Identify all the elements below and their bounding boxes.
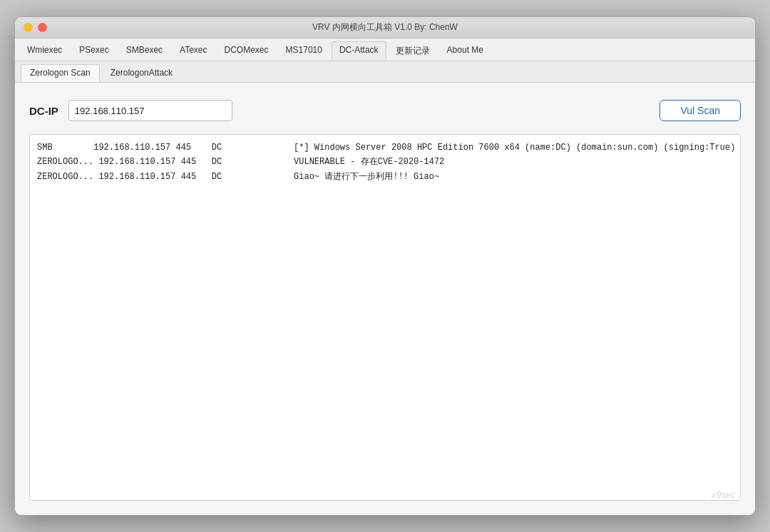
ip-label: DC-IP: [29, 105, 58, 117]
tab-smbexec[interactable]: SMBexec: [118, 41, 170, 61]
ip-left: DC-IP: [29, 100, 232, 121]
tab-psexec[interactable]: PSexec: [71, 41, 116, 61]
tab-updates[interactable]: 更新记录: [388, 41, 438, 61]
tab-ms17010[interactable]: MS17010: [278, 41, 330, 61]
tab-wmiexec[interactable]: Wmiexec: [19, 41, 70, 61]
close-button[interactable]: [38, 23, 47, 32]
dc-ip-input[interactable]: [68, 100, 232, 121]
output-line-3: ZEROLOGO... 192.168.110.157 445 DC Giao~…: [37, 170, 733, 184]
sub-tab-zerologon-attack[interactable]: ZerologonAttack: [101, 64, 182, 82]
output-line-1: SMB 192.168.110.157 445 DC [*] Windows S…: [37, 140, 733, 155]
vul-scan-button[interactable]: Vul Scan: [659, 100, 741, 121]
titlebar: VRV 内网横向工具箱 V1.0 By: ChenW: [15, 17, 755, 39]
sub-tab-bar: Zerologon Scan ZerologonAttack: [15, 61, 755, 83]
minimize-button[interactable]: [24, 23, 33, 32]
ip-row: DC-IP Vul Scan: [29, 100, 741, 121]
tab-dcomexec[interactable]: DCOMexec: [217, 41, 277, 61]
main-window: VRV 内网横向工具箱 V1.0 By: ChenW Wmiexec PSexe…: [14, 16, 756, 516]
output-line-2: ZEROLOGO... 192.168.110.157 445 DC VULNE…: [37, 155, 733, 169]
tab-dcattack[interactable]: DC-Attack: [332, 41, 386, 61]
window-title: VRV 内网横向工具箱 V1.0 By: ChenW: [312, 21, 458, 34]
titlebar-buttons: [24, 23, 47, 32]
output-box: SMB 192.168.110.157 445 DC [*] Windows S…: [29, 134, 741, 501]
menu-bar: Wmiexec PSexec SMBexec ATexec DCOMexec M…: [15, 39, 755, 61]
tab-atexec[interactable]: ATexec: [172, 41, 215, 61]
tab-aboutme[interactable]: About Me: [439, 41, 491, 61]
sub-tab-zerologon-scan[interactable]: Zerologon Scan: [21, 64, 100, 82]
content-area: DC-IP Vul Scan SMB 192.168.110.157 445 D…: [15, 83, 755, 515]
